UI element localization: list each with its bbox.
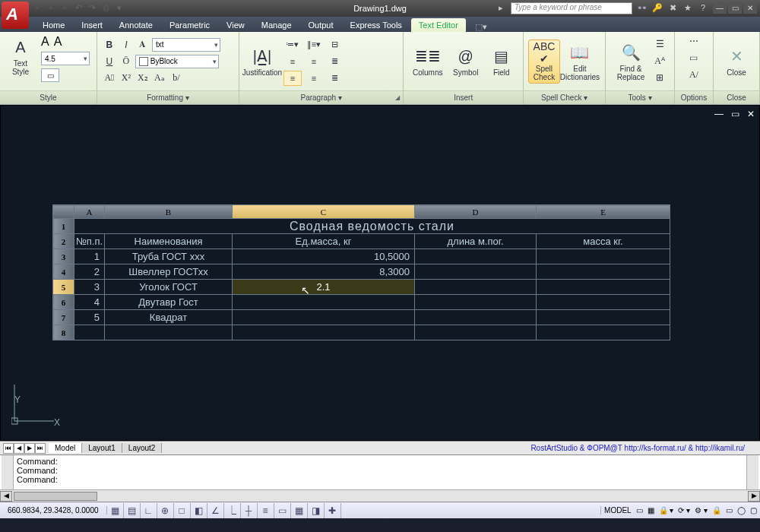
- col-header-c[interactable]: C: [233, 205, 415, 219]
- sc-button[interactable]: ◨: [308, 503, 325, 518]
- tpy-button[interactable]: ▭: [274, 503, 291, 518]
- layout-first-button[interactable]: ⏮: [3, 443, 14, 454]
- justification-button[interactable]: |A̲| Justification: [244, 44, 280, 78]
- clear-fmt-button[interactable]: Aₐ: [152, 71, 167, 86]
- print-icon[interactable]: ⎙: [100, 3, 111, 14]
- hscroll-left-button[interactable]: ◀: [0, 491, 12, 502]
- cell-c6[interactable]: [233, 295, 415, 310]
- cell-c2[interactable]: Ед.масса, кг: [233, 234, 415, 249]
- corner-cell[interactable]: [53, 205, 74, 219]
- row-header-5[interactable]: 5: [53, 280, 74, 295]
- doc-restore-button[interactable]: ▭: [731, 109, 739, 119]
- edit-dictionaries-button[interactable]: 📖Edit Dictionaries: [562, 40, 598, 83]
- italic-button[interactable]: I: [119, 37, 134, 52]
- clean-screen-button[interactable]: ▢: [750, 506, 757, 515]
- style-a-icon[interactable]: A: [54, 35, 62, 49]
- cell-a5[interactable]: 3: [74, 280, 105, 295]
- cell-e7[interactable]: [537, 310, 670, 325]
- opt3-button[interactable]: A/: [686, 67, 701, 82]
- tab-express[interactable]: Express Tools: [343, 18, 410, 32]
- qp-button[interactable]: ▦: [291, 503, 308, 518]
- status-layout-icon[interactable]: ▭: [636, 506, 643, 515]
- save-icon[interactable]: ▫: [59, 3, 70, 14]
- font-family-dropdown[interactable]: txt: [152, 38, 220, 52]
- help-icon[interactable]: ?: [698, 3, 708, 14]
- cell-b8[interactable]: [105, 325, 233, 340]
- search-go-icon[interactable]: ▸: [496, 3, 506, 14]
- redo-icon[interactable]: ↷: [87, 3, 97, 14]
- spell-check-button[interactable]: ABC✔Spell Check: [528, 40, 560, 84]
- cell-a8[interactable]: [74, 325, 105, 340]
- new-icon[interactable]: ▫: [32, 3, 43, 14]
- undo-icon[interactable]: ↶: [73, 3, 84, 14]
- panel-tools-label[interactable]: Tools ▾: [606, 90, 674, 104]
- cell-c8[interactable]: [233, 325, 415, 340]
- cell-c4[interactable]: 8,3000: [233, 264, 415, 280]
- font-size-dropdown[interactable]: 4.5: [41, 52, 90, 65]
- ann-scale-button[interactable]: 🔒 ▾: [659, 506, 674, 515]
- tab-view[interactable]: View: [219, 18, 252, 32]
- hscroll-thumb[interactable]: [14, 492, 97, 501]
- snap-button[interactable]: ▦: [107, 503, 124, 518]
- row-header-1[interactable]: 1: [53, 219, 74, 234]
- tab-insert[interactable]: Insert: [74, 18, 110, 32]
- col-header-d[interactable]: D: [415, 205, 537, 219]
- mask-button[interactable]: ▭: [41, 68, 59, 82]
- minimize-button[interactable]: ―: [713, 3, 727, 14]
- coordinates-readout[interactable]: 660.9834, 29.3428, 0.0000: [0, 506, 107, 515]
- tab-manage[interactable]: Manage: [254, 18, 299, 32]
- horizontal-scrollbar[interactable]: ◀ ▶: [0, 489, 760, 502]
- cell-b4[interactable]: Швеллер ГОСТхх: [105, 264, 233, 280]
- import-text-button[interactable]: ☰: [652, 37, 667, 52]
- panel-spellcheck-label[interactable]: Spell Check ▾: [524, 90, 605, 104]
- cell-d8[interactable]: [415, 325, 537, 340]
- tab-extras-icon[interactable]: ⬚▾: [475, 22, 487, 32]
- row-header-2[interactable]: 2: [53, 234, 74, 249]
- polar-button[interactable]: ⊕: [157, 503, 174, 518]
- close-editor-button[interactable]: ✕Close: [718, 44, 755, 78]
- col-header-b[interactable]: B: [105, 205, 233, 219]
- more-button[interactable]: ⋯: [686, 33, 701, 49]
- open-icon[interactable]: ▫: [46, 3, 56, 14]
- cell-d2[interactable]: длина м.пог.: [415, 234, 537, 249]
- align-right-button[interactable]: ≡: [305, 54, 323, 69]
- columns-button[interactable]: ≣≣Columns: [410, 44, 446, 78]
- layout-prev-button[interactable]: ◀: [14, 443, 24, 454]
- doc-close-button[interactable]: ✕: [747, 109, 755, 119]
- panel-options-label[interactable]: Options: [675, 90, 713, 104]
- overline-button[interactable]: Ō: [119, 54, 134, 69]
- align-justify-button[interactable]: ≡: [305, 71, 323, 86]
- layout-tab-2[interactable]: Layout2: [122, 443, 163, 453]
- cell-e8[interactable]: [537, 325, 670, 340]
- cell-a2[interactable]: №п.п.: [74, 234, 105, 249]
- tab-text-editor[interactable]: Text Editor: [411, 18, 466, 32]
- ducs-button[interactable]: ⎿: [224, 503, 241, 518]
- tab-annotate[interactable]: Annotate: [112, 18, 160, 32]
- lowercase-button[interactable]: X²: [119, 71, 134, 86]
- osnap-button[interactable]: □: [174, 503, 191, 518]
- ann-vis-button[interactable]: ⟳ ▾: [678, 506, 690, 515]
- dyn-button[interactable]: ┼: [241, 503, 258, 518]
- model-space-button[interactable]: MODEL: [604, 506, 632, 515]
- cell-e2[interactable]: масса кг.: [537, 234, 670, 249]
- table-editor[interactable]: A B C D E 1 Сводная ведомость стали 2 №п…: [52, 204, 670, 340]
- font-icon[interactable]: 𝐀: [135, 37, 150, 52]
- row-header-4[interactable]: 4: [53, 264, 74, 280]
- hardware-accel-button[interactable]: ▭: [726, 506, 733, 515]
- char-set-button[interactable]: ⊞: [652, 71, 667, 86]
- cell-a7[interactable]: 5: [74, 310, 105, 325]
- cell-e3[interactable]: [537, 249, 670, 264]
- numbering-button[interactable]: ≣: [326, 71, 344, 86]
- isolate-button[interactable]: ◯: [737, 506, 746, 515]
- cell-b2[interactable]: Наименования: [105, 234, 233, 249]
- bullets-button[interactable]: ≔▾: [283, 37, 302, 52]
- text-style-button[interactable]: A Text Style: [5, 35, 36, 78]
- col-header-a[interactable]: A: [74, 205, 105, 219]
- cell-c3[interactable]: 10,5000: [233, 249, 415, 264]
- cell-b7[interactable]: Квадрат: [105, 310, 233, 325]
- ruler-button[interactable]: ▭: [686, 50, 701, 65]
- layout-last-button[interactable]: ⏭: [35, 443, 46, 454]
- layout-tab-1[interactable]: Layout1: [82, 443, 122, 453]
- 3dosnap-button[interactable]: ◧: [191, 503, 207, 518]
- autocaps-button[interactable]: Aᴬ: [652, 54, 667, 69]
